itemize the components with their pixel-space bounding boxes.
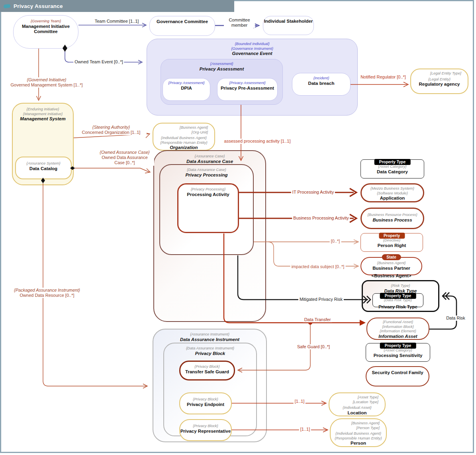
stereotype: {Assurance Case}: [154, 154, 265, 159]
node-management-initiative-committee[interactable]: {Governing Team} Management Initiative C…: [13, 15, 78, 49]
node-processing-activity[interactable]: {Privacy Processing} Processing Activity: [177, 183, 239, 233]
node-name: Privacy Pre-Assessment: [217, 86, 277, 91]
state-badge: State: [382, 254, 401, 260]
node-name: Security Control Family: [366, 370, 429, 376]
edge-label-owned-data-assurance-case[interactable]: {Owned Assurance Case} Owned Data Assura…: [95, 150, 154, 166]
property-type-badge: Property Type: [380, 343, 416, 349]
edge-label-committee-member[interactable]: Committee member: [224, 18, 255, 28]
stereotype: {Privacy Assessment}: [163, 80, 210, 85]
stereotype: {Enduring Initiative}: [13, 107, 73, 112]
node-business-process[interactable]: {Business Resource Process} Business Pro…: [360, 208, 424, 229]
edge-role: Governed Management System [1..*]: [11, 82, 83, 87]
edge-label-notified-regulator[interactable]: Notified Regulator [0..*]: [359, 75, 407, 80]
stereotype: {Responsible Human Entity}: [153, 140, 214, 145]
edge-label-person-right-multiplicity[interactable]: [0..*]: [330, 239, 341, 244]
stereotype: [Business Agent]: [153, 125, 214, 130]
stereotype: [Asset Type]: [329, 395, 385, 400]
node-privacy-pre-assessment[interactable]: {Privacy Assessment} Privacy Pre-Assessm…: [217, 78, 278, 101]
stereotype: {Individual Business Agent}: [331, 431, 386, 436]
node-name: Management Initiative Committee: [14, 24, 78, 35]
node-name: Governance Committee: [150, 19, 215, 25]
node-privacy-endpoint[interactable]: {Privacy Block} Privacy Endpoint: [179, 392, 232, 414]
stereotype: {Bounded Individual}: [147, 41, 357, 46]
stereotype: {Assurance System}: [16, 161, 71, 166]
node-name: Data Catalog: [16, 166, 71, 172]
node-name: Governance Event: [147, 51, 357, 57]
stereotype: {Incident}: [292, 76, 350, 80]
stereotype: {Information Element}: [367, 329, 429, 333]
node-name: Person Right: [361, 243, 423, 249]
node-name: Privacy Processing: [160, 173, 253, 178]
stereotype: {Management Initiative}: [13, 112, 73, 116]
stereotype: {Legal Entity}: [411, 77, 468, 82]
stereotype: {Risk Type}: [363, 283, 438, 288]
node-name: Individual Stakeholder: [263, 19, 313, 24]
node-name: Processing Sensitivity: [366, 353, 430, 359]
node-information-asset[interactable]: {Functional Asset} {Information Block} {…: [366, 318, 429, 340]
edge-label-impacted-data-subject[interactable]: impacted data subject [0..*]: [290, 264, 346, 269]
edge-stereotype: {Governed Initiative}: [27, 77, 66, 82]
stereotype: {Functional Asset}: [367, 320, 429, 324]
node-name: Business Process: [362, 218, 423, 223]
node-governance-committee[interactable]: Governance Committee: [149, 16, 215, 36]
stereotype: [Person Type]: [331, 426, 386, 430]
node-data-breach[interactable]: {Incident} Data breach: [292, 73, 351, 96]
node-privacy-risk-type[interactable]: Property Type {Data Risk Type} Privacy R…: [372, 293, 423, 307]
node-name: Privacy Representative: [180, 429, 231, 434]
property-type-badge: Property Type: [374, 159, 411, 165]
edge-label-location-multiplicity[interactable]: [1..1]: [294, 399, 306, 404]
edge-role: Owned Data Assurance Case [0..*]: [102, 155, 148, 165]
node-person-right[interactable]: Property {Directive} Person Right: [360, 233, 423, 252]
node-name: Privacy Risk Type: [373, 304, 423, 310]
node-name: Privacy Endpoint: [180, 402, 231, 408]
stereotype: {Privacy Block}: [180, 424, 231, 428]
edge-label-owned-team-event[interactable]: Owned Team Event [0..*]: [73, 59, 124, 65]
stereotype: {Privacy Processing}: [178, 187, 238, 192]
node-location[interactable]: [Asset Type] [Location Type] {Individual…: [329, 392, 386, 416]
edge-label-governed-management-system[interactable]: {Governed Initiative} Governed Managemen…: [7, 77, 86, 88]
node-data-catalog[interactable]: {Assurance System} Data Catalog: [15, 157, 72, 179]
node-application[interactable]: {Mezzo Business System} {Software Module…: [360, 183, 424, 202]
node-organization[interactable]: [Business Agent] [Org-Unit] {Individual …: [153, 123, 215, 151]
edge-stereotype: {Packaged Assurance Instrument}: [14, 288, 80, 292]
property-type-badge: Property Type: [380, 293, 416, 299]
node-name: Transfer Safe Guard: [180, 369, 234, 375]
stereotype: {Data Assurance Instrument}: [164, 346, 256, 351]
edge-label-mitigated-privacy-risk[interactable]: Mitigated Privacy Risk: [298, 297, 344, 302]
stereotype: [Legal Entity Type]: [411, 71, 468, 76]
edge-label-owned-data-resource[interactable]: {Packaged Assurance Instrument} Owned Da…: [3, 288, 91, 298]
node-business-partner[interactable]: State {Business Agent} Business Partner …: [360, 257, 422, 275]
diagram-title: Privacy Assurance: [14, 3, 63, 9]
node-security-control-family[interactable]: Security Control Family: [366, 366, 429, 386]
node-name: Processing Activity: [178, 192, 238, 198]
node-data-category[interactable]: Property Type {Asset Category} Data Cate…: [360, 159, 424, 178]
node-processing-sensitivity[interactable]: Property Type {Asset Category} Processin…: [366, 343, 430, 362]
stereotype: {Data Assurance Case}: [160, 167, 253, 172]
node-name: Privacy Assessment: [161, 67, 282, 72]
stereotype: {Business Agent}: [361, 261, 421, 265]
stereotype: {Individual Business Agent}: [153, 135, 214, 140]
node-person[interactable]: [Business Agent] [Person Type] {Individu…: [330, 418, 387, 447]
stereotype: {Business Resource Process}: [362, 212, 423, 217]
edge-label-safe-guard[interactable]: Safe Guard [0..*]: [296, 344, 331, 349]
node-individual-stakeholder[interactable]: Individual Stakeholder: [263, 16, 314, 35]
edge-label-person-multiplicity[interactable]: [1..1]: [299, 427, 311, 432]
node-name: Data Assurance Instrument: [153, 337, 266, 343]
node-privacy-representative[interactable]: {Privacy Block} Privacy Representative: [179, 419, 232, 441]
node-name: Location: [329, 410, 385, 416]
edge-label-business-processing-activity[interactable]: Business Processing Activity: [292, 216, 350, 221]
edge-label-assessed-processing-activity[interactable]: assessed processing activity [1..1]: [223, 139, 292, 144]
node-transfer-safe-guard[interactable]: {Privacy Block} Transfer Safe Guard: [179, 361, 235, 380]
node-name: Person: [331, 441, 386, 446]
node-regulatory-agency[interactable]: [Legal Entity Type] {Legal Entity} Regul…: [410, 69, 468, 94]
stereotype: {Responsible Human Entity}: [331, 436, 386, 441]
diagram-icon: [3, 4, 10, 8]
edge-label-data-risk[interactable]: Data Risk: [445, 316, 466, 321]
stereotype: {Privacy Block}: [180, 397, 231, 402]
edge-label-it-processing-activity[interactable]: IT Processing Activity: [291, 190, 335, 195]
stereotype: {Privacy Assessment}: [217, 80, 277, 85]
node-dpia[interactable]: {Privacy Assessment} DPIA: [163, 78, 210, 101]
edge-label-data-transfer[interactable]: Data Transfer: [303, 317, 332, 322]
edge-label-concerned-organization[interactable]: {Steering Authority} Concerned Organizat…: [76, 125, 147, 135]
edge-label-team-committee[interactable]: Team Committee [1..1]: [94, 19, 140, 24]
